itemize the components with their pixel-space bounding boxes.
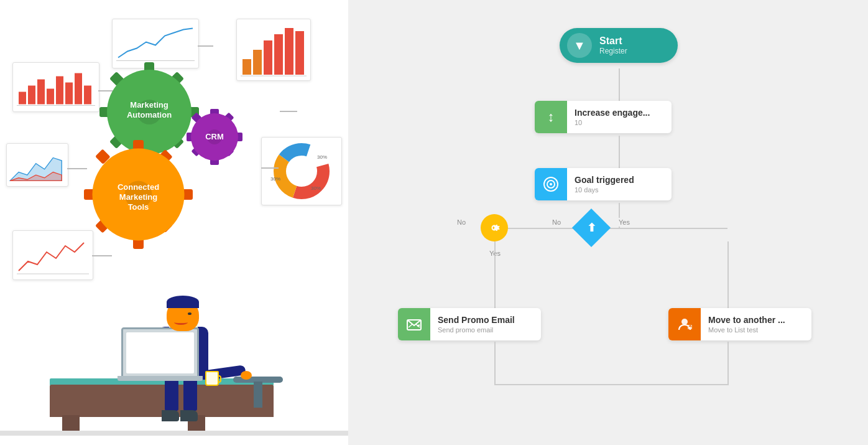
connector-v-move — [727, 241, 729, 311]
decision-arrow-node[interactable]: ⬆ — [572, 208, 611, 247]
svg-rect-15 — [295, 31, 304, 75]
svg-text:30%: 30% — [270, 176, 280, 182]
send-promo-icon — [398, 308, 430, 340]
svg-rect-14 — [285, 28, 293, 75]
svg-text:Marketing: Marketing — [119, 192, 157, 202]
increase-engage-sub: 10 — [575, 119, 650, 126]
send-promo-title: Send Promo Email — [438, 315, 515, 325]
connector-v-promo — [494, 241, 496, 311]
decision-gear-node[interactable] — [481, 214, 508, 241]
svg-text:Tools: Tools — [128, 202, 149, 212]
dashboard-card-top-mid — [112, 19, 199, 68]
connector-2 — [619, 68, 620, 101]
increase-engage-title: Increase engage... — [575, 108, 650, 118]
label-no-2: No — [549, 218, 564, 227]
send-promo-sub: Send promo email — [438, 326, 515, 334]
svg-rect-1 — [28, 86, 35, 105]
svg-text:30%: 30% — [317, 154, 327, 160]
svg-line-69 — [409, 324, 412, 327]
connector-bot-right — [727, 342, 729, 385]
move-to-another-title: Move to another ... — [708, 315, 785, 325]
send-promo-email-node[interactable]: Send Promo Email Send promo email — [398, 308, 541, 340]
svg-point-22 — [290, 160, 313, 182]
svg-rect-5 — [65, 83, 73, 105]
increase-engage-icon: ↕ — [535, 101, 567, 133]
start-filter-icon: ▼ — [567, 33, 592, 58]
label-no-1: No — [454, 218, 469, 227]
increase-engage-node[interactable]: ↕ Increase engage... 10 — [535, 101, 672, 133]
svg-text:Marketing: Marketing — [130, 100, 168, 110]
workflow-start-node[interactable]: ▼ Start Register — [560, 28, 678, 63]
connector-h-right — [605, 228, 727, 229]
connector-bot-h — [494, 384, 727, 385]
start-node-title: Start — [599, 35, 627, 47]
svg-point-66 — [550, 183, 552, 185]
svg-text:Connected: Connected — [118, 182, 159, 192]
svg-rect-2 — [37, 80, 45, 105]
svg-rect-13 — [274, 34, 283, 75]
connector-3 — [619, 136, 620, 168]
dashboard-card-mid-left — [6, 143, 68, 187]
move-to-another-sub: Move to List test — [708, 326, 785, 334]
svg-text:Automation: Automation — [127, 110, 172, 119]
svg-text:30%: 30% — [311, 185, 321, 191]
right-panel: ▼ Start Register ↕ Increase engage... 10… — [348, 0, 868, 445]
connector-bot-left — [494, 342, 496, 385]
svg-rect-3 — [47, 89, 54, 105]
goal-triggered-title: Goal triggered — [575, 175, 634, 185]
svg-rect-4 — [56, 77, 63, 105]
move-to-another-node[interactable]: Move to another ... Move to List test — [668, 308, 811, 340]
label-yes-1: Yes — [616, 218, 633, 227]
start-node-subtitle: Register — [599, 47, 627, 55]
goal-triggered-node[interactable]: Goal triggered 10 days — [535, 168, 672, 200]
goal-triggered-sub: 10 days — [575, 186, 634, 194]
svg-point-71 — [681, 319, 688, 325]
svg-rect-0 — [19, 92, 26, 105]
gear-system: Marketing Automation CRM — [81, 62, 267, 261]
dashboard-card-mid-right: 30% 30% 30% — [261, 137, 342, 205]
move-to-another-icon — [668, 308, 701, 340]
left-panel: 30% 30% 30% — [0, 0, 348, 445]
goal-triggered-icon — [535, 168, 567, 200]
svg-text:CRM: CRM — [205, 132, 224, 141]
